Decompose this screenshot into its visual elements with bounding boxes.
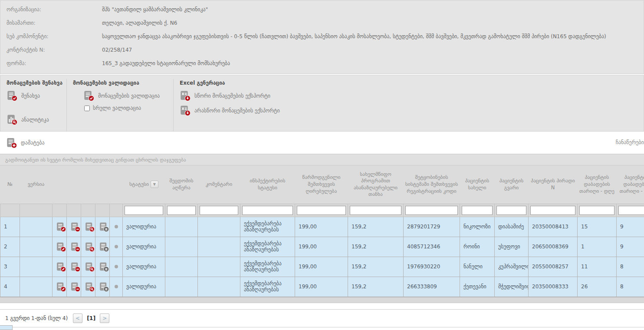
delete-icon — [70, 262, 80, 272]
save-group: მონაცემების შენახვა შენახვა ანალიტიკა — [0, 79, 66, 131]
data-grid: № ვერსია სტატუსი▼ შეცდომის აღწერა კომენტ… — [0, 165, 644, 303]
cell-birth-day: 11 — [578, 257, 617, 277]
col-header-personal-n[interactable]: პაციენტის პირადი N — [529, 165, 578, 204]
edit-icon — [56, 282, 66, 292]
cell-comment — [198, 217, 240, 237]
full-validation-row: სრული ვალიდაცია — [84, 105, 167, 111]
row-view-button[interactable] — [81, 237, 95, 257]
prev-page-button[interactable]: < — [73, 314, 82, 323]
export-valid-label: სწორი მონაცემების ექსპორტი — [194, 93, 270, 99]
cell-inspection: ექვემდებარება ანაზღაურებას — [240, 237, 295, 257]
validate-button[interactable]: მონაცემების ვალიდაცია — [83, 90, 167, 101]
col-header-presented-cost[interactable]: წარმოდგენილი შემთხვევის ღირებულება — [295, 165, 348, 204]
info-row-contract: კონტრაქტის N: 02/258/147 — [0, 44, 644, 58]
filter-status-input[interactable] — [125, 206, 163, 215]
export-invalid-button[interactable]: არასწორი მონაცემების ექსპორტი — [180, 105, 306, 116]
address-value: თელავი, ალადაშვილის ქ. N6 — [102, 20, 181, 26]
filter-inspection-input[interactable] — [242, 206, 293, 215]
filter-personal-n-input[interactable] — [530, 206, 575, 215]
row-radio[interactable] — [110, 277, 123, 297]
cell-first-name: როინი — [460, 237, 495, 257]
col-header-inspection[interactable]: ინსპექტირების სტატუსი — [240, 165, 295, 204]
col-header-state-amount[interactable]: სახელმწიფო პროგრამით ასანაზღაურებელი თან… — [348, 165, 404, 204]
row-details-button[interactable] — [95, 277, 110, 297]
col-header-num[interactable]: № — [0, 165, 20, 204]
row-details-button[interactable] — [95, 237, 110, 257]
filter-comment-input[interactable] — [200, 206, 238, 215]
filter-presented-cost-input[interactable] — [297, 206, 346, 215]
cell-comment — [198, 237, 240, 257]
col-header-error[interactable]: შეცდომის აღწერა — [165, 165, 198, 204]
row-radio[interactable] — [110, 217, 123, 237]
row-details-button[interactable] — [95, 257, 110, 277]
add-record-button[interactable]: დამატება — [6, 137, 45, 149]
filter-last-name-input[interactable] — [496, 206, 526, 215]
row-delete-button[interactable] — [67, 237, 81, 257]
current-page-indicator[interactable]: [1] — [86, 315, 96, 321]
col-header-birth-month[interactable]: პაციენტის დაბადების თარიღი - თვე — [617, 165, 644, 204]
cell-last-name: დიასამიძე — [495, 217, 529, 237]
edit-icon — [56, 262, 66, 272]
status-header-label: სტატუსი — [129, 181, 149, 187]
save-button[interactable]: შენახვა — [7, 90, 60, 101]
cell-inspection: ექვემდებარება ანაზღაურებას — [240, 217, 295, 237]
export-valid-button[interactable]: სწორი მონაცემების ექსპორტი — [180, 90, 306, 101]
row-view-button[interactable] — [81, 257, 95, 277]
row-view-button[interactable] — [81, 277, 95, 297]
row-edit-button[interactable] — [53, 277, 67, 297]
view-icon — [85, 222, 95, 232]
cell-birth-day: 15 — [578, 217, 617, 237]
row-edit-button[interactable] — [53, 257, 67, 277]
analytics-button[interactable]: ანალიტიკა — [7, 114, 60, 125]
row-edit-button[interactable] — [53, 217, 67, 237]
filter-error-input[interactable] — [167, 206, 196, 215]
cell-birth-day: 26 — [578, 277, 617, 297]
filter-birth-month-input[interactable] — [618, 206, 644, 215]
details-icon — [99, 282, 109, 292]
col-header-version[interactable]: ვერსია — [20, 165, 53, 204]
row-delete-button[interactable] — [67, 257, 81, 277]
chevron-right-icon: > — [102, 315, 107, 321]
col-header-status[interactable]: სტატუსი▼ — [123, 165, 165, 204]
add-icon — [6, 137, 17, 149]
filter-reg-code-input[interactable] — [405, 206, 458, 215]
pagination-bar: 1 გვერდი 1-დან (სულ 4) < [1] > — [0, 309, 644, 327]
col-header-actions — [53, 165, 67, 204]
col-header-birth-day[interactable]: პაციენტის დაბადების თარიღი - დღე — [578, 165, 617, 204]
analytics-button-label: ანალიტიკა — [21, 117, 49, 123]
col-header-reg-code[interactable]: შეტყობინების სისტემაში შემთხვევის რეგისტ… — [404, 165, 460, 204]
cell-reg-code: 4085712346 — [404, 237, 460, 257]
cell-presented-cost: 199,00 — [295, 237, 348, 257]
row-edit-button[interactable] — [53, 237, 67, 257]
cell-error — [165, 257, 198, 277]
excel-group: Excel გენერაცია სწორი მონაცემების ექსპორ… — [173, 79, 312, 131]
next-page-button[interactable]: > — [100, 314, 109, 323]
cell-birth-day: 1 — [578, 237, 617, 257]
form-label: ფორმა: — [7, 60, 102, 66]
cell-state-amount: 159,2 — [348, 217, 404, 237]
cell-num: 1 — [0, 217, 20, 237]
row-view-button[interactable] — [81, 217, 95, 237]
table-row: 3 ვალიდურია ექვემდებარება ანაზღაურებას 1… — [0, 257, 644, 277]
filter-state-amount-input[interactable] — [350, 206, 401, 215]
row-radio[interactable] — [110, 257, 123, 277]
info-row-subcomponent: სუბ კომპონენტი: საყოველთაო ჯანდაცვა ასაკ… — [0, 31, 644, 44]
status-filter-dropdown-icon[interactable]: ▼ — [151, 181, 158, 188]
row-details-button[interactable] — [95, 217, 110, 237]
row-delete-button[interactable] — [67, 277, 81, 297]
col-header-last-name[interactable]: პაციენტის გვარი — [495, 165, 529, 204]
cell-last-name: მჭედლიშვილი — [495, 277, 529, 297]
col-header-first-name[interactable]: პაციენტის სახელი — [460, 165, 495, 204]
cell-state-amount: 159,2 — [348, 257, 404, 277]
row-delete-button[interactable] — [67, 217, 81, 237]
contract-label: კონტრაქტის N: — [7, 47, 102, 53]
filter-first-name-input[interactable] — [462, 206, 493, 215]
row-radio[interactable] — [110, 237, 123, 257]
full-validation-checkbox[interactable] — [84, 106, 90, 111]
organization-value: შპს "ავთანდილ ყამბარაშვილის კლინიკა" — [102, 7, 212, 13]
view-icon — [85, 242, 95, 252]
cell-status: ვალიდურია — [123, 217, 165, 237]
edit-icon — [56, 222, 66, 232]
filter-birth-day-input[interactable] — [579, 206, 614, 215]
col-header-comment[interactable]: კომენტარი — [198, 165, 240, 204]
